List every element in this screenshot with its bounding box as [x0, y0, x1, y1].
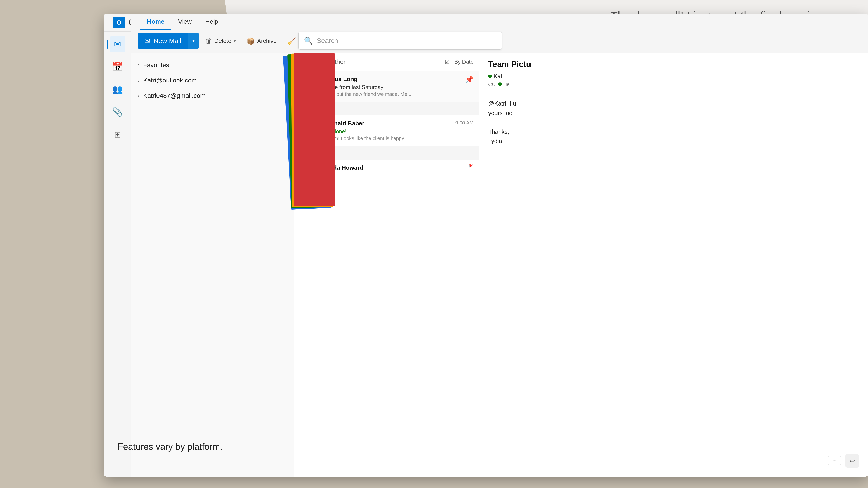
tab-home[interactable]: Home	[140, 13, 171, 30]
sort-label[interactable]: By Date	[454, 59, 473, 65]
archive-button[interactable]: 📦 Archive	[242, 34, 281, 48]
search-bar[interactable]: 🔍 Search	[298, 32, 502, 50]
reading-pane-header: Team Pictu Kat CC: He	[479, 53, 868, 92]
folder-gmail-account[interactable]: › Katri0487@gmail.com	[133, 88, 291, 103]
mail-icon: ✉	[114, 39, 121, 49]
cc-status-dot	[498, 83, 502, 86]
reading-cc-row: CC: He	[488, 82, 859, 88]
features-vary-text: Features vary by platform.	[118, 442, 223, 452]
folder-gmail-label: Katri0487@gmail.com	[143, 92, 206, 99]
reading-from: Kat	[488, 73, 502, 79]
pin-icon: 📌	[466, 76, 473, 83]
reading-sign-off: Thanks,	[488, 127, 859, 137]
new-mail-main[interactable]: ✉ New Mail	[138, 33, 188, 49]
sweep-icon: 🧹	[287, 37, 296, 45]
reading-action-bar: ··· ↩	[828, 454, 859, 468]
reading-subject-text: Team Pictu	[488, 60, 531, 69]
archive-icon: 📦	[247, 37, 255, 45]
reading-reply-button[interactable]: ↩	[845, 454, 859, 468]
outlook-window: O Outlook 🔍 Search ✉ 📅 👥 📎 ⊞ Home	[104, 13, 868, 477]
card-red	[294, 53, 335, 206]
folder-outlook-account[interactable]: › Katri@outlook.com	[133, 73, 291, 88]
chevron-down-icon: ▾	[192, 38, 195, 43]
mail-content-diarmaid: Diarmaid Baber Well done! Hi team! Looks…	[321, 120, 452, 141]
nav-mail[interactable]: ✉	[110, 36, 125, 52]
delete-chevron-icon: ▾	[234, 38, 236, 43]
reading-meta-row: Kat	[488, 73, 859, 80]
tab-view[interactable]: View	[171, 13, 198, 30]
reading-body-mention: @Katri, I u	[488, 99, 859, 108]
mail-preview-diarmaid: Hi team! Looks like the client is happy!	[321, 135, 452, 141]
reading-body-text2: yours too	[488, 108, 859, 118]
mail-subject-markus: Picture from last Saturday	[321, 84, 462, 90]
folder-favorites-label: Favorites	[143, 61, 169, 69]
mail-subject-diarmaid: Well done!	[321, 128, 452, 135]
folder-pane: ⊟ › Favorites › Katri@outlook.com › Katr…	[131, 53, 294, 477]
flag-icon: 🚩	[469, 164, 473, 168]
mail-time-diarmaid: 9:00 AM	[455, 120, 473, 126]
new-mail-button[interactable]: ✉ New Mail ▾	[138, 33, 199, 49]
more-actions-button[interactable]: ···	[828, 456, 841, 465]
nav-sidebar: ✉ 📅 👥 📎 ⊞	[104, 32, 131, 477]
reading-cc-label: CC:	[488, 82, 498, 87]
mail-sender-wanda: Wanda Howard	[321, 164, 465, 171]
search-input[interactable]: Search	[317, 37, 338, 44]
mail-meta-markus: 📌	[466, 76, 473, 83]
new-mail-dropdown[interactable]: ▾	[188, 33, 199, 49]
mail-preview-markus: Check out the new friend we made, Me...	[321, 91, 462, 97]
reading-body: @Katri, I u yours too Thanks, Lydia	[479, 92, 868, 153]
filter-icon[interactable]: ☑	[445, 59, 450, 66]
nav-attach[interactable]: 📎	[110, 104, 125, 120]
folder-outlook-label: Katri@outlook.com	[143, 77, 197, 84]
search-icon: 🔍	[304, 36, 313, 45]
calendar-icon: 📅	[112, 62, 123, 72]
delete-label: Delete	[214, 37, 231, 44]
outlook-logo: O	[113, 17, 125, 29]
mail-sender-diarmaid: Diarmaid Baber	[321, 120, 452, 127]
archive-label: Archive	[257, 37, 277, 44]
reading-reply-icon: ↩	[850, 457, 855, 465]
delete-icon: 🗑	[205, 37, 212, 45]
apps-icon: ⊞	[114, 129, 121, 139]
stacked-cards	[294, 53, 339, 211]
new-mail-label: New Mail	[153, 37, 181, 45]
attach-icon: 📎	[112, 107, 123, 117]
status-dot	[488, 74, 492, 78]
new-mail-icon: ✉	[144, 37, 150, 45]
mail-content-markus: Markus Long Picture from last Saturday C…	[321, 76, 462, 97]
ribbon-tabs: Home View Help	[131, 13, 868, 30]
nav-calendar[interactable]: 📅	[110, 59, 125, 74]
mail-content-wanda: Wanda Howard	[321, 164, 465, 173]
reading-subject: Team Pictu	[488, 60, 859, 69]
chevron-right-icon-2: ›	[138, 77, 140, 84]
reading-pane: Team Pictu Kat CC: He @Katri, I u yours …	[479, 53, 868, 477]
delete-button[interactable]: 🗑 Delete ▾	[201, 34, 240, 48]
people-icon: 👥	[112, 84, 123, 94]
mail-meta-wanda: 🚩	[469, 164, 473, 168]
nav-people[interactable]: 👥	[110, 81, 125, 97]
reading-sign-name: Lydia	[488, 136, 859, 146]
mail-meta-diarmaid: 9:00 AM	[455, 120, 473, 126]
chevron-right-icon: ›	[138, 62, 140, 68]
nav-apps[interactable]: ⊞	[110, 127, 125, 142]
chevron-right-icon-3: ›	[138, 93, 140, 99]
folder-favorites[interactable]: › Favorites	[133, 57, 291, 73]
tab-help[interactable]: Help	[198, 13, 225, 30]
mail-sender-markus: Markus Long	[321, 76, 462, 83]
